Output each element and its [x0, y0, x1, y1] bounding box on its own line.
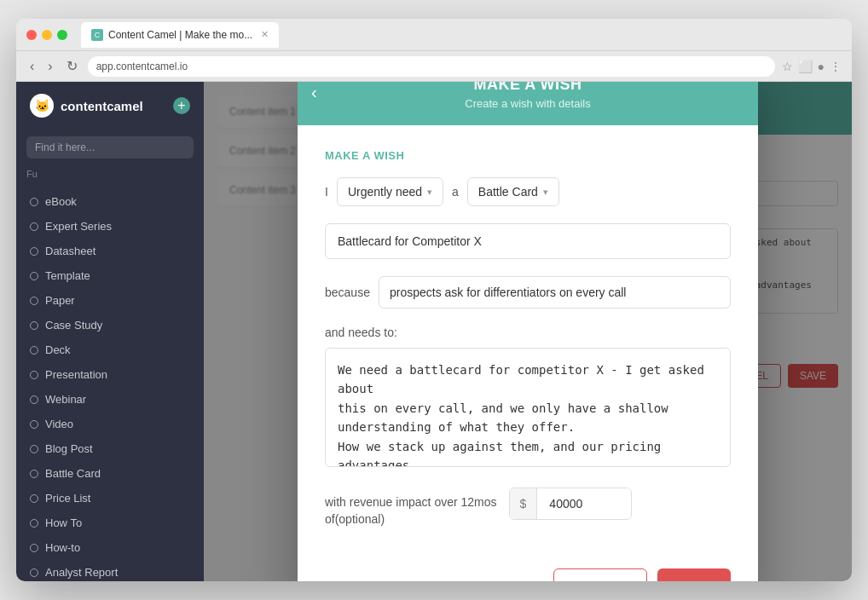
revenue-label: with revenue impact over 12mosof(optiona…: [325, 488, 497, 528]
sidebar-item-label: Datasheet: [45, 245, 95, 257]
nav-dot-icon: [30, 494, 38, 503]
sidebar-item-label: Analyst Report: [45, 566, 118, 579]
sidebar-item-label: Blog Post: [45, 442, 93, 455]
app-body: 🐱 contentcamel + Fu eBook Expert Series: [16, 82, 852, 581]
sidebar-item-expert-series[interactable]: Expert Series: [16, 214, 204, 239]
sidebar-item-battle-card[interactable]: Battle Card: [16, 461, 204, 486]
maximize-button[interactable]: [57, 30, 67, 40]
sidebar-item-label: Webinar: [45, 393, 86, 406]
close-button[interactable]: [26, 30, 37, 40]
sidebar-item-label: How To: [45, 516, 82, 529]
main-content: Content item 1 Content item 2 Content it…: [204, 82, 852, 581]
sidebar-item-label: Battle Card: [45, 467, 101, 480]
dollar-sign: $: [510, 488, 538, 519]
urgency-select[interactable]: Urgently need ▾: [337, 177, 443, 206]
revenue-input[interactable]: [537, 488, 631, 519]
urgency-chevron-icon: ▾: [427, 187, 432, 198]
menu-icon[interactable]: ⋮: [830, 60, 842, 73]
minimize-button[interactable]: [42, 30, 52, 40]
sidebar-item-label: Price List: [45, 492, 90, 505]
nav-dot-icon: [30, 445, 38, 453]
browser-tab[interactable]: C Content Camel | Make the mo... ✕: [81, 22, 279, 48]
sidebar-item-how-to-2[interactable]: How-to: [16, 535, 204, 560]
browser-actions: ☆ ⬜ ● ⋮: [782, 60, 842, 73]
make-a-wish-modal: ‹ MAKE A WISH Create a wish with details…: [298, 82, 758, 581]
address-bar[interactable]: app.contentcamel.io: [88, 56, 775, 77]
save-button[interactable]: SAVE: [657, 568, 731, 581]
logo-text: contentcamel: [61, 99, 143, 113]
nav-dot-icon: [30, 247, 38, 256]
modal-overlay: ‹ MAKE A WISH Create a wish with details…: [204, 82, 852, 581]
sidebar-item-template[interactable]: Template: [16, 263, 204, 288]
sidebar-item-video[interactable]: Video: [16, 412, 204, 436]
sidebar-item-datasheet[interactable]: Datasheet: [16, 239, 204, 263]
sidebar-item-label: How-to: [45, 541, 80, 554]
modal-title: MAKE A WISH: [318, 82, 738, 94]
logo: 🐱 contentcamel: [30, 94, 143, 118]
type-chevron-icon: ▾: [543, 187, 548, 198]
sidebar-nav: eBook Expert Series Datasheet Template P…: [16, 182, 204, 581]
nav-dot-icon: [30, 420, 38, 429]
sidebar-item-label: Deck: [45, 343, 71, 356]
nav-dot-icon: [30, 198, 38, 206]
back-button[interactable]: ‹: [26, 57, 38, 76]
because-input[interactable]: [379, 276, 731, 309]
sidebar-item-ebook[interactable]: eBook: [16, 189, 204, 214]
sidebar-item-analyst-report[interactable]: Analyst Report: [16, 560, 204, 581]
a-label: a: [452, 185, 459, 199]
footer-actions: CANCEL SAVE: [553, 568, 731, 581]
because-label: because: [325, 286, 370, 299]
i-label: I: [325, 185, 328, 199]
modal-back-button[interactable]: ‹: [311, 84, 317, 101]
refresh-button[interactable]: ↻: [63, 56, 81, 76]
sidebar-item-paper[interactable]: Paper: [16, 288, 204, 313]
type-select[interactable]: Battle Card ▾: [467, 177, 559, 206]
sidebar-item-deck[interactable]: Deck: [16, 338, 204, 362]
sidebar-item-label: Video: [45, 418, 73, 430]
sidebar-filter-label: Fu: [16, 165, 204, 182]
nav-dot-icon: [30, 222, 38, 231]
address-bar-row: ‹ › ↻ app.contentcamel.io ☆ ⬜ ● ⋮: [16, 51, 852, 82]
nav-dot-icon: [30, 470, 38, 478]
sidebar: 🐱 contentcamel + Fu eBook Expert Series: [16, 82, 204, 581]
modal-footer: Delete Wish CANCEL SAVE: [298, 568, 758, 581]
sidebar-item-label: Presentation: [45, 368, 107, 381]
needs-textarea[interactable]: We need a battlecard for competitor X - …: [325, 348, 731, 467]
add-content-button[interactable]: +: [173, 97, 190, 114]
type-label: Battle Card: [478, 185, 538, 199]
modal-subtitle: Create a wish with details: [318, 97, 738, 110]
traffic-lights: [26, 30, 67, 40]
sidebar-item-blog-post[interactable]: Blog Post: [16, 436, 204, 461]
search-input[interactable]: [26, 136, 194, 159]
sidebar-item-label: eBook: [45, 195, 77, 208]
bookmark-icon[interactable]: ☆: [782, 60, 793, 73]
sidebar-item-presentation[interactable]: Presentation: [16, 362, 204, 387]
tab-title: Content Camel | Make the mo...: [108, 29, 252, 41]
cancel-button[interactable]: CANCEL: [553, 568, 647, 581]
tab-favicon: C: [91, 29, 103, 41]
urgency-label: Urgently need: [348, 185, 422, 199]
browser-window: C Content Camel | Make the mo... ✕ ‹ › ↻…: [16, 19, 852, 581]
sidebar-item-how-to[interactable]: How To: [16, 511, 204, 535]
forward-button[interactable]: ›: [44, 57, 55, 76]
nav-dot-icon: [30, 272, 38, 280]
sidebar-item-label: Expert Series: [45, 220, 112, 233]
extensions-icon[interactable]: ⬜: [798, 60, 813, 73]
sidebar-item-case-study[interactable]: Case Study: [16, 313, 204, 338]
sidebar-search: [16, 130, 204, 165]
tab-close-icon[interactable]: ✕: [261, 29, 269, 40]
wish-title-input[interactable]: [325, 223, 731, 259]
sidebar-item-webinar[interactable]: Webinar: [16, 387, 204, 412]
modal-header: ‹ MAKE A WISH Create a wish with details: [298, 82, 758, 125]
profile-icon[interactable]: ●: [818, 60, 825, 73]
sidebar-item-label: Case Study: [45, 319, 102, 332]
sidebar-item-label: Template: [45, 269, 90, 282]
nav-dot-icon: [30, 395, 38, 404]
delete-wish-button[interactable]: Delete Wish: [325, 580, 389, 581]
nav-dot-icon: [30, 297, 38, 305]
nav-dot-icon: [30, 568, 38, 577]
sidebar-item-price-list[interactable]: Price List: [16, 486, 204, 511]
modal-section-title: MAKE A WISH: [325, 149, 731, 162]
modal-body: MAKE A WISH I Urgently need ▾ a Battle C…: [298, 125, 758, 568]
needs-label: and needs to:: [325, 326, 731, 339]
